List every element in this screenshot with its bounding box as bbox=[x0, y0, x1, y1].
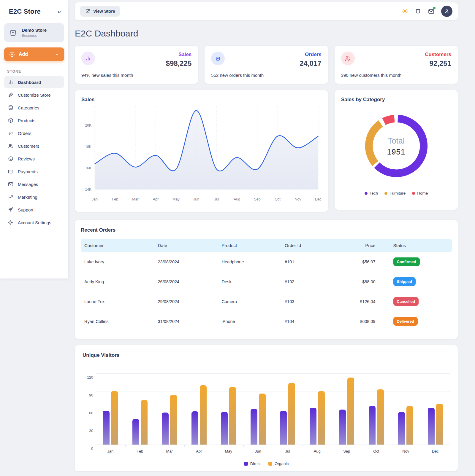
legend-item-organic: Organic bbox=[268, 461, 289, 466]
add-button[interactable]: Add bbox=[4, 47, 64, 61]
bar-group-jun: Jun bbox=[251, 394, 266, 445]
cell-customer: Andy King bbox=[81, 279, 154, 284]
organic-bar bbox=[259, 394, 266, 445]
sidebar-item-customize-store[interactable]: Customize Store bbox=[4, 89, 64, 101]
bar-group-apr: Apr bbox=[191, 385, 207, 445]
sidebar-item-dashboard[interactable]: Dashboard bbox=[4, 76, 64, 88]
bar-group-oct: Oct bbox=[369, 389, 384, 445]
column-header: Product bbox=[218, 243, 281, 248]
organic-bar bbox=[200, 385, 207, 445]
column-header: Status bbox=[376, 243, 452, 248]
sidebar-item-categories[interactable]: Categories bbox=[4, 101, 64, 114]
organic-bar bbox=[141, 400, 148, 445]
legend-label: Home bbox=[417, 191, 428, 195]
database-icon bbox=[8, 105, 14, 111]
add-button-label: Add bbox=[19, 52, 28, 57]
cell-date: 29/08/2024 bbox=[154, 299, 218, 304]
sidebar-item-messages[interactable]: Messages bbox=[4, 178, 64, 190]
notification-dot bbox=[433, 7, 436, 9]
donut-total-label: Total bbox=[388, 136, 405, 146]
x-axis-label: Apr bbox=[196, 449, 202, 453]
sidebar-collapse-icon[interactable]: « bbox=[56, 8, 63, 15]
x-axis-label: Mar bbox=[166, 449, 173, 453]
bar-group-dec: Dec bbox=[428, 404, 443, 445]
bar-group-aug: Aug bbox=[310, 391, 325, 445]
bar-group-feb: Feb bbox=[132, 400, 148, 445]
cell-status: Delivered bbox=[376, 317, 452, 326]
credit-card-icon bbox=[8, 168, 14, 174]
sidebar-section-label: STORE bbox=[7, 69, 61, 74]
users-icon bbox=[8, 143, 14, 149]
direct-bar bbox=[191, 411, 198, 445]
cell-customer: Luke Ivory bbox=[81, 260, 154, 264]
customers-users-icon bbox=[341, 52, 355, 65]
sidebar-item-label: Dashboard bbox=[18, 80, 41, 85]
sidebar-item-payments[interactable]: Payments bbox=[4, 165, 64, 178]
sidebar-item-marketing[interactable]: Marketing bbox=[4, 191, 64, 203]
stat-label: Customers bbox=[425, 52, 451, 58]
unique-visitors-bar-chart: 0306090120 JanFebMarAprMayJunJulAugSepOc… bbox=[84, 374, 450, 445]
column-header: Price bbox=[344, 243, 376, 248]
stat-description: 94% new sales this month bbox=[81, 73, 133, 78]
donut-legend: TechFurnitureHome bbox=[341, 191, 451, 195]
sidebar-item-customers[interactable]: Customers bbox=[4, 140, 64, 152]
x-axis-label: Jun bbox=[255, 449, 261, 453]
cell-status: Confirmed bbox=[376, 257, 452, 266]
sidebar-item-label: Orders bbox=[18, 131, 31, 136]
cell-order-id: #103 bbox=[281, 299, 344, 304]
sidebar-item-account-settings[interactable]: Account Settings bbox=[4, 216, 64, 229]
sidebar-item-orders[interactable]: Orders bbox=[4, 127, 64, 139]
main-content: View Store E2C Dashboard bbox=[75, 0, 458, 476]
cell-status: Cancelled bbox=[376, 297, 452, 306]
x-axis-label: May bbox=[225, 449, 232, 453]
sidebar-menu: DashboardCustomize StoreCategoriesProduc… bbox=[4, 76, 64, 229]
sidebar-item-support[interactable]: Support bbox=[4, 203, 64, 216]
sidebar-item-label: Reviews bbox=[18, 156, 35, 161]
stat-cards: Sales $98,225 94% new sales this month O… bbox=[75, 46, 458, 84]
unique-visitors-title: Unique Visitors bbox=[83, 352, 450, 358]
legend-label: Furniture bbox=[390, 191, 406, 195]
store-switcher[interactable]: Demo Store Business bbox=[4, 23, 64, 42]
cell-customer: Laurie Fox bbox=[81, 299, 154, 304]
cell-order-id: #104 bbox=[281, 319, 344, 324]
direct-bar bbox=[162, 413, 169, 445]
cell-price: $56.07 bbox=[344, 260, 376, 264]
svg-text:Jan: Jan bbox=[92, 197, 98, 201]
cell-price: $608.09 bbox=[344, 319, 376, 324]
column-header: Order Id bbox=[281, 243, 344, 248]
svg-text:Sep: Sep bbox=[254, 197, 261, 201]
sidebar-item-label: Customize Store bbox=[18, 93, 51, 98]
paper-plane-icon bbox=[8, 207, 14, 213]
direct-bar bbox=[132, 419, 139, 445]
package-icon bbox=[8, 117, 14, 123]
notifications-mail-icon[interactable] bbox=[428, 8, 435, 15]
sidebar-item-label: Customers bbox=[18, 144, 39, 149]
cell-price: $126.04 bbox=[344, 299, 376, 304]
direct-bar bbox=[428, 408, 435, 445]
bar-group-mar: Mar bbox=[162, 395, 177, 445]
orders-table-body: Luke Ivory23/08/2024Headphone#101$56.07C… bbox=[81, 252, 452, 331]
docs-book-icon[interactable] bbox=[415, 8, 421, 15]
unique-visitors-card: Unique Visitors 0306090120 JanFebMarAprM… bbox=[75, 345, 458, 471]
svg-text:16K: 16K bbox=[85, 166, 91, 170]
organic-bar bbox=[347, 378, 354, 445]
avatar[interactable] bbox=[441, 6, 452, 17]
svg-text:Jun: Jun bbox=[193, 197, 199, 201]
organic-bar bbox=[377, 389, 384, 445]
organic-bar bbox=[288, 383, 295, 445]
organic-bar bbox=[170, 395, 177, 445]
external-link-icon bbox=[85, 9, 90, 14]
theme-sun-icon[interactable] bbox=[402, 8, 408, 15]
sidebar-item-reviews[interactable]: Reviews bbox=[4, 152, 64, 165]
sidebar-item-products[interactable]: Products bbox=[4, 114, 64, 127]
stat-label: Sales bbox=[166, 52, 192, 58]
bar-group-nov: Nov bbox=[398, 406, 413, 445]
view-store-button[interactable]: View Store bbox=[80, 6, 120, 17]
svg-text:Nov: Nov bbox=[294, 197, 301, 201]
y-axis-label: 90 bbox=[84, 393, 93, 397]
smiley-icon bbox=[8, 156, 14, 162]
cell-date: 23/08/2024 bbox=[154, 260, 218, 264]
pen-nib-icon bbox=[8, 92, 14, 98]
sidebar-item-label: Categories bbox=[18, 105, 39, 110]
donut-chart-title: Sales by Category bbox=[341, 97, 451, 103]
